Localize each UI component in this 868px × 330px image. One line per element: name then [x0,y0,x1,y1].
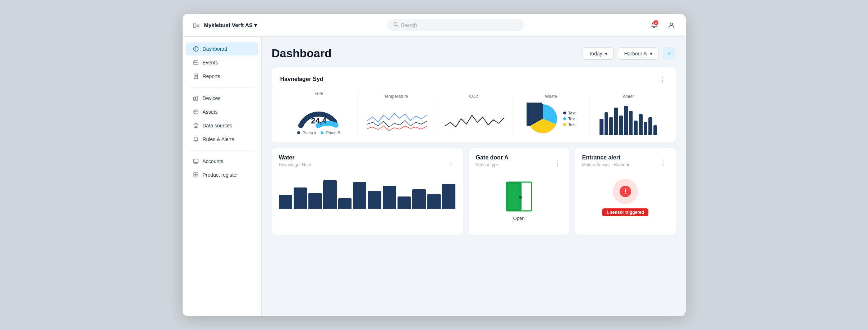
bar-2 [605,112,608,135]
bar-5 [619,116,623,135]
water-label: Water [623,94,634,99]
events-icon [193,60,199,65]
svg-rect-29 [194,175,196,177]
wbar-4 [323,180,336,209]
alert-icon-circle: ! [613,179,638,204]
pump-a-dot [297,131,300,134]
notifications-button[interactable]: 2 [648,19,660,31]
sidebar-item-rules-alerts[interactable]: Rules & Alerts [185,133,258,146]
add-widget-button[interactable]: + [663,47,676,60]
fuel-legend-pump-a: Pump A [297,131,317,135]
water-card-menu-button[interactable]: ⋮ [446,158,456,168]
sidebar-item-data-sources[interactable]: Data sources [185,119,258,132]
wbar-7 [368,191,381,209]
wbar-5 [338,198,352,209]
door-svg [505,180,533,213]
sidebar-item-reports[interactable]: Reports [185,70,258,83]
svg-rect-0 [193,23,196,27]
content-area: Dashboard Today ▾ Harbour A ▾ + [262,37,686,316]
fuel-label: Fuel [314,91,323,96]
entrance-card-subtitle: Motion Sensor - Harbour [582,162,629,167]
co2-label: CO2 [469,94,478,99]
svg-rect-27 [194,173,196,175]
entrance-alert-card: Entrance alert Motion Sensor - Harbour ⋮… [575,148,676,235]
svg-rect-33 [508,184,520,209]
temperature-chart [366,103,427,135]
search-icon [393,22,398,28]
time-filter-select[interactable]: Today ▾ [583,48,614,60]
wbar-10 [412,189,426,209]
waste-legend: Text Text Text [563,111,575,127]
co2-chart-section: CO2 [435,94,512,135]
search-placeholder: Search [401,22,417,28]
user-profile-button[interactable] [666,19,677,31]
sidebar-label-events: Events [203,60,218,65]
svg-rect-21 [196,96,198,100]
company-selector[interactable]: Myklebust Verft AS ▾ [204,22,257,28]
bar-7 [629,111,633,135]
bar-4 [614,108,618,135]
bar-1 [600,119,603,135]
wbar-6 [353,182,366,209]
sidebar-item-assets[interactable]: Assets [185,105,258,118]
sidebar-label-reports: Reports [203,73,220,79]
sidebar-toggle-button[interactable] [191,20,201,30]
data-sources-icon [193,123,199,128]
waste-legend-item-1: Text [563,111,575,115]
sidebar-item-dashboard[interactable]: Dashboard [185,42,258,55]
sidebar-item-events[interactable]: Events [185,56,258,69]
topbar: Myklebust Verft AS ▾ Search [183,14,686,37]
sidebar-item-product-register[interactable]: Product register [185,168,258,181]
temperature-label: Temperature [384,94,408,99]
fuel-value: 24,4 [311,116,326,126]
wbar-1 [279,195,292,209]
sidebar-item-devices[interactable]: Devices [185,92,258,105]
bar-3 [609,117,613,135]
devices-icon [193,95,199,101]
entrance-card-menu-button[interactable]: ⋮ [659,158,669,168]
page-title: Dashboard [272,47,332,60]
bar-9 [639,114,643,135]
accounts-icon [193,158,199,164]
svg-rect-30 [196,175,198,177]
pump-b-dot [321,131,323,134]
waste-legend-item-2: Text [563,117,575,121]
location-filter-select[interactable]: Harbour A ▾ [618,48,658,60]
svg-line-5 [396,26,398,27]
svg-rect-24 [193,159,198,163]
fuel-gauge: 24,4 [294,100,344,128]
sidebar-item-accounts[interactable]: Accounts [185,155,258,168]
bar-11 [648,117,652,135]
gate-door-card: Gate door A Sensor type ⋮ [469,148,569,235]
water-card: Water Havnelager Nord ⋮ [272,148,463,235]
co2-chart [443,103,504,135]
sidebar: Dashboard Events [183,37,262,316]
water-card-subtitle: Havnelager Nord [279,162,312,167]
bar-8 [634,121,638,135]
svg-point-23 [194,124,198,125]
water-chart-section: Water [590,94,667,135]
waste-pie: Text Text Text [527,103,575,135]
location-filter-value: Harbour A [624,51,647,56]
search-bar[interactable]: Search [387,19,524,31]
rules-alerts-icon [193,136,199,142]
gate-card-menu-button[interactable]: ⋮ [553,158,562,168]
waste-dot-3 [563,123,566,126]
plus-icon: + [667,50,671,57]
main-card-title: Havnelager Syd [280,76,323,82]
water-card-title: Water [279,154,312,161]
main-card-menu-button[interactable]: ⋮ [658,74,667,85]
bar-10 [644,122,648,135]
svg-rect-28 [196,173,198,175]
wbar-9 [398,196,411,209]
waste-dot-1 [563,112,566,114]
wbar-8 [383,186,396,209]
waste-legend-item-3: Text [563,122,575,127]
company-name-text: Myklebust Verft AS [204,22,253,28]
sidebar-label-devices: Devices [203,95,221,101]
product-register-icon [193,172,199,178]
fuel-chart-section: Fuel 24,4 Pump A [280,91,358,135]
waste-chart-section: Waste [513,94,590,135]
location-filter-chevron-icon: ▾ [650,51,652,56]
havnelager-syd-card: Havnelager Syd ⋮ Fuel 24,4 [272,67,676,142]
